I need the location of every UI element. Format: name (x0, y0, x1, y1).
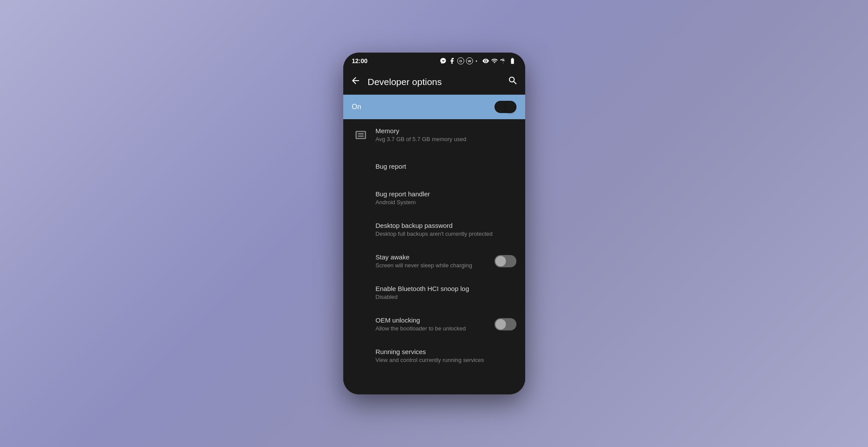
developer-options-toggle[interactable] (494, 101, 516, 113)
bug-report-handler-subtitle: Android System (376, 199, 516, 206)
bug-report-handler-content: Bug report handler Android System (376, 190, 516, 206)
settings-item-oem-unlocking[interactable]: OEM unlocking Allow the bootloader to be… (343, 309, 525, 340)
on-label: On (352, 103, 361, 111)
status-time: 12:00 (352, 57, 368, 64)
memory-subtitle: Avg 3.7 GB of 5.7 GB memory used (376, 136, 516, 143)
bug-report-handler-title: Bug report handler (376, 190, 516, 199)
settings-item-bug-report-handler[interactable]: Bug report handler Android System (343, 182, 525, 214)
circle-notification-icon: O (457, 57, 464, 64)
settings-item-bug-report[interactable]: Bug report (343, 151, 525, 182)
bluetooth-hci-spacer (352, 284, 370, 302)
search-button[interactable] (508, 75, 518, 89)
running-services-spacer (352, 347, 370, 365)
bluetooth-hci-subtitle: Disabled (376, 294, 516, 301)
signal-icon (500, 57, 507, 64)
status-icons-group: O W • (440, 57, 516, 64)
oem-unlocking-spacer (352, 316, 370, 333)
bug-report-spacer (352, 158, 370, 175)
oem-unlocking-toggle-thumb (495, 319, 506, 330)
status-bar: 12:00 O W • (343, 53, 525, 69)
stay-awake-content: Stay awake Screen will never sleep while… (376, 253, 490, 270)
bug-report-content: Bug report (376, 162, 516, 171)
oem-unlocking-toggle[interactable] (494, 318, 516, 330)
stay-awake-toggle-container (494, 255, 516, 267)
oem-unlocking-toggle-container (494, 318, 516, 330)
stay-awake-title: Stay awake (376, 253, 490, 262)
bug-report-title: Bug report (376, 162, 516, 171)
oem-unlocking-content: OEM unlocking Allow the bootloader to be… (376, 316, 490, 333)
page-title: Developer options (368, 77, 508, 87)
developer-options-toggle-row[interactable]: On (343, 95, 525, 119)
w-notification-icon: W (466, 57, 473, 64)
settings-list: Memory Avg 3.7 GB of 5.7 GB memory used … (343, 119, 525, 394)
desktop-backup-content: Desktop backup password Desktop full bac… (376, 221, 516, 238)
messenger-icon (440, 57, 447, 64)
phone-frame: 12:00 O W • (343, 53, 525, 394)
facebook-icon (448, 57, 455, 64)
bluetooth-hci-content: Enable Bluetooth HCI snoop log Disabled (376, 284, 516, 301)
stay-awake-toggle[interactable] (494, 255, 516, 267)
running-services-content: Running services View and control curren… (376, 348, 516, 364)
wifi-icon (491, 57, 498, 64)
bluetooth-hci-title: Enable Bluetooth HCI snoop log (376, 284, 516, 293)
settings-item-desktop-backup[interactable]: Desktop backup password Desktop full bac… (343, 214, 525, 245)
oem-unlocking-subtitle: Allow the bootloader to be unlocked (376, 325, 490, 333)
settings-item-stay-awake[interactable]: Stay awake Screen will never sleep while… (343, 245, 525, 277)
desktop-backup-title: Desktop backup password (376, 221, 516, 230)
back-button[interactable] (350, 75, 361, 89)
desktop-backup-spacer (352, 221, 370, 238)
memory-title: Memory (376, 127, 516, 135)
desktop-backup-subtitle: Desktop full backups aren't currently pr… (376, 231, 516, 238)
status-right-icons (482, 57, 516, 64)
stay-awake-subtitle: Screen will never sleep while charging (376, 262, 490, 270)
notification-icons: O W • (440, 57, 477, 64)
app-bar: Developer options (343, 69, 525, 95)
stay-awake-spacer (352, 252, 370, 270)
memory-content: Memory Avg 3.7 GB of 5.7 GB memory used (376, 127, 516, 143)
settings-item-bluetooth-hci[interactable]: Enable Bluetooth HCI snoop log Disabled (343, 277, 525, 309)
settings-item-running-services[interactable]: Running services View and control curren… (343, 340, 525, 372)
running-services-title: Running services (376, 348, 516, 356)
running-services-subtitle: View and control currently running servi… (376, 357, 516, 364)
privacy-icon (482, 57, 489, 64)
battery-icon (509, 57, 516, 64)
bug-report-handler-spacer (352, 189, 370, 207)
status-dot: • (476, 59, 477, 64)
memory-icon (352, 126, 370, 144)
settings-item-memory[interactable]: Memory Avg 3.7 GB of 5.7 GB memory used (343, 119, 525, 151)
toggle-thumb (505, 102, 516, 112)
oem-unlocking-title: OEM unlocking (376, 316, 490, 325)
stay-awake-toggle-thumb (495, 256, 506, 266)
